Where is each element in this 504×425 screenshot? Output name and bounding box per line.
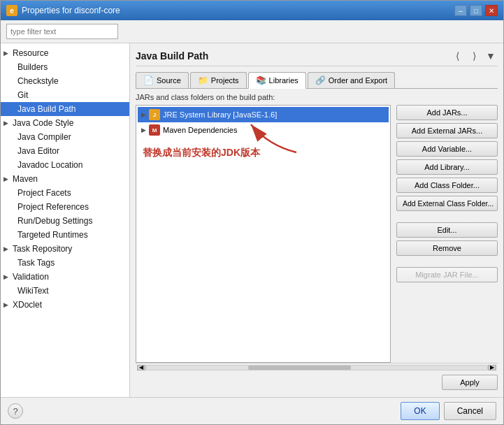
sidebar-item-wikitext[interactable]: WikiText [1,284,129,298]
eclipse-icon: e [6,5,17,16]
sidebar-item-label: Java Code Style [13,118,73,128]
sidebar-item-java-code-style[interactable]: ▶ Java Code Style [1,116,129,130]
title-bar-left: e Properties for disconf-core [6,5,120,16]
close-button[interactable]: ✕ [485,5,498,16]
apply-button[interactable]: Apply [442,375,498,390]
scrollbar-track[interactable] [145,365,488,370]
jre-icon: J [149,109,160,120]
scrollbar-thumb [248,366,350,370]
sidebar-item-javadoc[interactable]: Javadoc Location [1,158,129,172]
maven-icon: M [149,124,160,136]
sidebar-item-task-repository[interactable]: ▶ Task Repository [1,242,129,256]
arrow-icon: ▶ [3,301,8,308]
arrow-icon: ▶ [3,50,8,57]
tab-source[interactable]: 📄 Source [136,72,189,88]
filter-input[interactable] [6,24,118,39]
sidebar-item-label: Resource [13,48,48,58]
bottom-left: ? [8,403,23,419]
sidebar-item-java-compiler[interactable]: Java Compiler [1,130,129,144]
arrow-icon: ▶ [3,175,8,182]
tab-source-label: Source [157,76,181,85]
sidebar-item-label: Java Compiler [17,132,71,142]
title-bar: e Properties for disconf-core – □ ✕ [1,1,503,20]
scroll-left-button[interactable]: ◀ [137,365,145,370]
content-area: ▶ Resource Builders Checkstyle Git Java … [1,43,503,397]
bottom-right: OK Cancel [401,402,496,420]
nav-forward-button[interactable]: ⟨ [450,49,464,63]
sidebar-item-label: Checkstyle [17,76,59,86]
add-jars-button[interactable]: Add JARs... [396,105,498,120]
build-path-description: JARs and class folders on the build path… [136,93,498,101]
horizontal-scrollbar: ◀ ▶ [136,363,498,371]
dialog-body: ▶ Resource Builders Checkstyle Git Java … [1,20,503,424]
sidebar-item-validation[interactable]: ▶ Validation [1,270,129,284]
tab-libraries[interactable]: 📚 Libraries [248,72,306,89]
arrow-icon: ▶ [3,273,8,280]
minimize-button[interactable]: – [454,5,467,16]
sidebar-item-task-tags[interactable]: Task Tags [1,256,129,270]
sidebar-item-label: Task Tags [17,258,55,268]
scroll-right-button[interactable]: ▶ [488,365,496,370]
sidebar-item-label: Project References [17,202,89,212]
sidebar-item-label: Project Facets [17,188,71,198]
help-button[interactable]: ? [8,403,23,419]
sidebar-item-java-build-path[interactable]: Java Build Path [1,102,129,116]
remove-button[interactable]: Remove [396,240,498,256]
nav-dropdown-button[interactable]: ▼ [484,49,498,63]
maven-item-text: Maven Dependencies [163,126,237,134]
jre-item-text: JRE System Library [JavaSE-1.6] [163,110,277,119]
sidebar-item-run-debug[interactable]: Run/Debug Settings [1,214,129,228]
sidebar-item-targeted-runtimes[interactable]: Targeted Runtimes [1,228,129,242]
cancel-button[interactable]: Cancel [444,402,496,420]
sidebar-item-label: Java Editor [17,146,59,156]
sidebar-item-label: Targeted Runtimes [17,230,88,240]
tabs-bar: 📄 Source 📁 Projects 📚 Libraries 🔗 Order … [136,72,498,89]
add-library-button[interactable]: Add Library... [396,159,498,175]
sidebar-item-label: Java Build Path [17,104,75,114]
apply-row: Apply [136,371,498,391]
title-controls: – □ ✕ [454,5,498,16]
sidebar-item-resource[interactable]: ▶ Resource [1,46,129,60]
libraries-tab-icon: 📚 [256,75,266,85]
sidebar-item-label: Builders [17,62,48,72]
tab-libraries-label: Libraries [269,76,298,85]
sidebar-item-label: Maven [13,174,38,184]
sidebar-item-checkstyle[interactable]: Checkstyle [1,74,129,88]
build-path-main: ▶ J JRE System Library [JavaSE-1.6] ▶ M … [136,105,498,363]
sidebar-item-label: Javadoc Location [17,160,82,170]
ok-button[interactable]: OK [401,402,439,420]
arrow-icon: ▶ [3,120,8,127]
sidebar-item-project-references[interactable]: Project References [1,200,129,214]
add-external-class-folder-button[interactable]: Add External Class Folder... [396,196,498,211]
action-buttons: Add JARs... Add External JARs... Add Var… [396,105,498,363]
jre-library-item[interactable]: ▶ J JRE System Library [JavaSE-1.6] [138,107,389,122]
sidebar-item-builders[interactable]: Builders [1,60,129,74]
add-external-jars-button[interactable]: Add External JARs... [396,123,498,138]
tab-order-export[interactable]: 🔗 Order and Export [308,72,395,88]
sidebar-item-xdoclet[interactable]: ▶ XDoclet [1,298,129,312]
sidebar-item-java-editor[interactable]: Java Editor [1,144,129,158]
sidebar-item-maven[interactable]: ▶ Maven [1,172,129,186]
jar-list-container: ▶ J JRE System Library [JavaSE-1.6] ▶ M … [136,105,391,363]
jar-list[interactable]: ▶ J JRE System Library [JavaSE-1.6] ▶ M … [136,105,391,363]
nav-back-button[interactable]: ⟩ [467,49,481,63]
sidebar-item-git[interactable]: Git [1,88,129,102]
add-variable-button[interactable]: Add Variable... [396,141,498,157]
migrate-jar-button[interactable]: Migrate JAR File... [396,267,498,282]
maven-dependencies-item[interactable]: ▶ M Maven Dependencies [138,122,389,138]
sidebar-item-label: Git [17,90,28,100]
panel-title-text: Java Build Path [136,50,208,62]
projects-tab-icon: 📁 [198,75,208,85]
tab-projects[interactable]: 📁 Projects [190,72,247,88]
sidebar: ▶ Resource Builders Checkstyle Git Java … [1,43,130,397]
edit-button[interactable]: Edit... [396,222,498,238]
sidebar-item-project-facets[interactable]: Project Facets [1,186,129,200]
sidebar-item-label: Validation [13,272,49,282]
dialog-window: e Properties for disconf-core – □ ✕ ▶ Re… [0,0,504,425]
sidebar-item-label: XDoclet [13,300,42,310]
maximize-button[interactable]: □ [470,5,482,16]
add-class-folder-button[interactable]: Add Class Folder... [396,178,498,193]
window-title: Properties for disconf-core [22,6,120,15]
sidebar-item-label: Run/Debug Settings [17,216,92,226]
filter-bar [1,20,503,43]
